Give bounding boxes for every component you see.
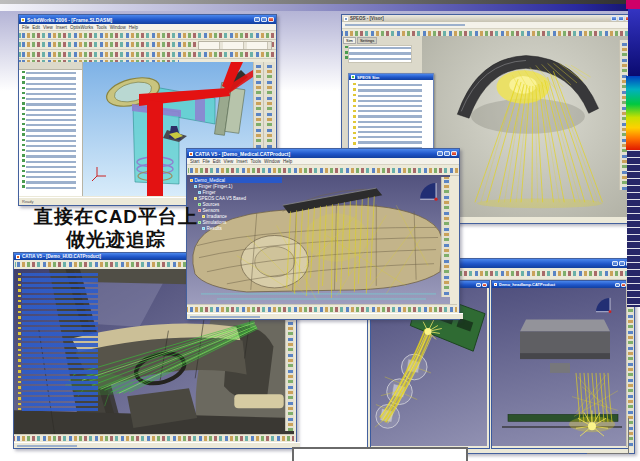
minimize-icon[interactable] — [615, 283, 620, 287]
compass-icon — [596, 298, 611, 313]
solidworks-toolbar-3[interactable] — [19, 50, 276, 59]
headlamp-title: Demo_headlamp.CATProduct — [499, 282, 555, 287]
menu-edit[interactable]: Edit — [213, 159, 221, 164]
menu-view[interactable]: View — [224, 159, 234, 164]
speos-titlebar[interactable]: SPEOS - [Visor] — [342, 15, 633, 22]
menu-insert[interactable]: Insert — [56, 25, 67, 30]
menu-view[interactable]: View — [43, 25, 53, 30]
catia-interior-title: CATIA V5 - [Demo_HUD.CATProduct] — [22, 254, 101, 259]
speos-app-icon — [344, 17, 348, 21]
compass-icon — [420, 183, 438, 201]
speos-menubar[interactable] — [342, 22, 633, 29]
catia-doc-icon — [494, 283, 497, 286]
colorscale-rainbow-bar — [626, 76, 640, 150]
maximize-icon[interactable] — [261, 17, 267, 22]
caption-line-1: 直接在CAD平台上 — [26, 205, 206, 228]
part-icon — [198, 191, 201, 194]
speos-tree-icons — [345, 46, 348, 62]
palette-tree[interactable] — [358, 83, 422, 153]
part-icon — [194, 185, 197, 188]
colorscale-label-panel — [627, 150, 640, 307]
speos-tree[interactable] — [349, 46, 411, 62]
minimize-icon[interactable] — [611, 16, 617, 21]
minimize-icon[interactable] — [254, 17, 260, 22]
catia-main-3d-viewport[interactable]: Demo_Medical Finger (Finger.1) Finger SP… — [187, 175, 450, 304]
maximize-icon[interactable] — [444, 151, 450, 156]
slide: { "caption": { "line1": "直接在CAD平台上", "li… — [0, 0, 640, 461]
solidworks-menubar[interactable]: File Edit View Insert OptisWorks Tools W… — [19, 24, 276, 31]
menu-tools[interactable]: Tools — [251, 159, 262, 164]
status-text-blur — [17, 444, 77, 447]
headlamp-titlebar[interactable]: Demo_headlamp.CATProduct — [492, 281, 628, 288]
interior-tree-icons — [18, 273, 21, 413]
solidworks-app-icon — [21, 18, 25, 22]
palette-tree-icons — [353, 83, 356, 153]
tab-settings[interactable]: Settings — [357, 37, 377, 44]
menu-insert[interactable]: Insert — [236, 159, 247, 164]
tree-icon-column — [22, 71, 25, 189]
palette-title: SPEOS Sim — [357, 75, 379, 80]
feature-tree-panel[interactable] — [19, 62, 83, 196]
catia-main-statusbar — [187, 313, 463, 319]
close-icon[interactable] — [482, 283, 487, 287]
corner-guide-line — [587, 418, 629, 454]
menu-tools[interactable]: Tools — [96, 25, 107, 30]
catia-main-menubar[interactable]: Start File Edit View Insert Tools Window… — [187, 158, 459, 165]
catia-app-icon — [16, 255, 20, 259]
menu-text-blur — [345, 23, 465, 27]
placeholder-box[interactable] — [292, 447, 468, 461]
status-text-blur — [190, 315, 260, 318]
close-icon[interactable] — [268, 17, 274, 22]
menu-start[interactable]: Start — [190, 159, 200, 164]
solidworks-title: SolidWorks 2006 - [Frame.SLDASM] — [27, 17, 112, 23]
magenta-corner — [626, 0, 640, 9]
slide-gradient-bar — [0, 4, 640, 11]
catia-main-window[interactable]: CATIA V5 - [Demo_Medical.CATProduct] Sta… — [186, 148, 460, 320]
solidworks-toolbar-2[interactable] — [19, 40, 276, 50]
menu-file[interactable]: File — [22, 25, 29, 30]
slide-caption: 直接在CAD平台上 做光迹追踪 — [26, 205, 206, 251]
catia-main-titlebar[interactable]: CATIA V5 - [Demo_Medical.CATProduct] — [187, 149, 459, 158]
solidworks-titlebar[interactable]: SolidWorks 2006 - [Frame.SLDASM] — [19, 15, 276, 24]
product-icon — [190, 179, 193, 182]
big-command-buttons[interactable] — [198, 41, 272, 50]
speos-title: SPEOS - [Visor] — [350, 16, 384, 21]
catia-interior-statusbar — [14, 442, 300, 448]
colorscale-blue-bar — [628, 9, 640, 76]
minimize-icon[interactable] — [476, 283, 481, 287]
tab-sim[interactable]: Sim — [343, 37, 356, 44]
solidworks-toolbar-1[interactable] — [19, 31, 276, 40]
feature-tree-rows[interactable] — [26, 71, 76, 189]
minimize-icon[interactable] — [437, 151, 443, 156]
menu-window[interactable]: Window — [110, 25, 126, 30]
status-text: Ready — [22, 199, 34, 204]
palette-icon — [351, 75, 355, 79]
interior-feature-tree[interactable] — [22, 273, 98, 413]
caption-line-2: 做光迹追踪 — [26, 228, 206, 251]
tree-item[interactable]: Results — [202, 225, 282, 231]
catia-main-right-toolbar[interactable] — [441, 177, 450, 297]
maximize-icon[interactable] — [619, 261, 625, 266]
palette-titlebar[interactable]: SPEOS Sim — [349, 74, 433, 80]
close-icon[interactable] — [451, 151, 457, 156]
menu-help[interactable]: Help — [129, 25, 138, 30]
menu-help[interactable]: Help — [283, 159, 292, 164]
menu-edit[interactable]: Edit — [32, 25, 40, 30]
maximize-icon[interactable] — [618, 16, 624, 21]
menu-optisworks[interactable]: OptisWorks — [70, 25, 93, 30]
axis-triad-icon — [92, 167, 106, 181]
yellow-ray-beam — [375, 320, 442, 428]
menu-file[interactable]: File — [203, 159, 210, 164]
ground-line — [201, 294, 436, 299]
catia-main-title: CATIA V5 - [Demo_Medical.CATProduct] — [195, 151, 290, 157]
minimize-icon[interactable] — [612, 261, 618, 266]
catia-app-icon — [189, 152, 193, 156]
menu-window[interactable]: Window — [264, 159, 280, 164]
speos-node-icon — [194, 197, 197, 200]
